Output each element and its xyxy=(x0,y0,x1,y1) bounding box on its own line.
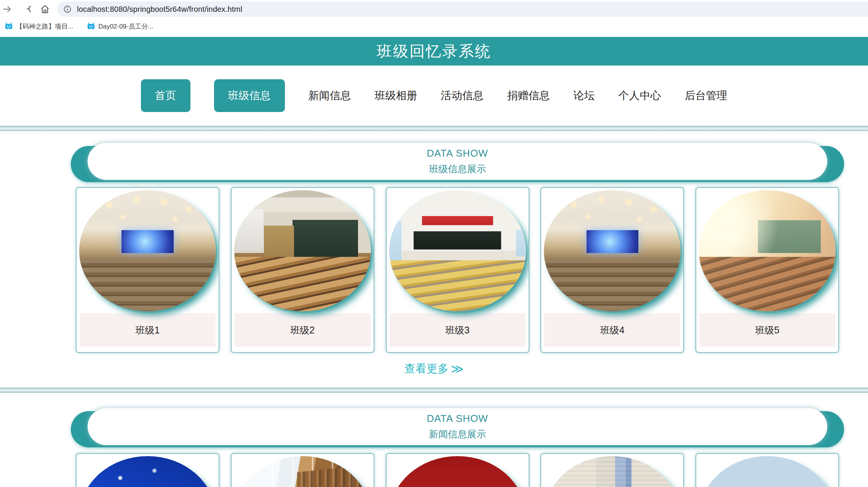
separator-band xyxy=(0,388,868,393)
bilibili-icon xyxy=(87,22,95,30)
class-photo xyxy=(389,190,526,311)
class-card-label: 班级5 xyxy=(699,313,835,347)
nav-item-news[interactable]: 新闻信息 xyxy=(309,88,351,103)
forward-icon[interactable] xyxy=(1,4,14,14)
class-card-label: 班级1 xyxy=(80,313,216,347)
news-photo xyxy=(79,456,216,487)
bookmark-item[interactable]: Day02-09-员工分... xyxy=(87,22,153,31)
banner-panel: DATA SHOW 新闻信息展示 xyxy=(88,408,827,445)
section-class-info: DATA SHOW 班级信息展示 班级1 班级2 班级3 班级4 班级5 查看更… xyxy=(0,143,868,376)
news-card[interactable] xyxy=(695,453,839,487)
separator-band xyxy=(0,126,868,131)
page-title: 班级回忆录系统 xyxy=(377,41,491,62)
more-row: 查看更多≫ xyxy=(0,361,868,376)
refresh-icon[interactable] xyxy=(19,4,32,14)
class-card-row: 班级1 班级2 班级3 班级4 班级5 xyxy=(76,187,839,353)
bookmark-label: 【码神之路】项目... xyxy=(16,22,73,31)
address-bar[interactable]: localhost:8080/springboot5r64w/front/ind… xyxy=(57,2,868,17)
news-card[interactable] xyxy=(540,453,684,487)
banner-title: DATA SHOW xyxy=(427,147,488,159)
news-photo xyxy=(234,456,371,487)
class-card[interactable]: 班级5 xyxy=(695,187,839,353)
class-photo xyxy=(699,190,836,311)
data-show-banner: DATA SHOW 新闻信息展示 xyxy=(71,408,844,447)
news-card[interactable] xyxy=(386,453,529,487)
double-chevron-icon: ≫ xyxy=(451,362,464,376)
bookmark-item[interactable]: 【码神之路】项目... xyxy=(5,22,73,31)
class-photo xyxy=(544,190,681,311)
view-more-link[interactable]: 查看更多≫ xyxy=(404,361,464,376)
nav-item-admin[interactable]: 后台管理 xyxy=(685,88,727,103)
class-photo xyxy=(234,190,371,311)
banner-panel: DATA SHOW 班级信息展示 xyxy=(88,143,827,180)
bilibili-icon xyxy=(5,22,13,30)
news-photo xyxy=(389,456,526,487)
main-nav: 首页 班级信息 新闻信息 班级相册 活动信息 捐赠信息 论坛 个人中心 后台管理 xyxy=(0,66,868,126)
banner-subtitle: 新闻信息展示 xyxy=(429,428,486,441)
class-card[interactable]: 班级4 xyxy=(540,187,684,353)
news-card[interactable] xyxy=(231,453,374,487)
banner-title: DATA SHOW xyxy=(427,413,488,425)
nav-item-class-album[interactable]: 班级相册 xyxy=(375,88,417,103)
class-card-label: 班级4 xyxy=(544,313,680,347)
class-card-label: 班级3 xyxy=(390,313,526,347)
nav-item-personal-center[interactable]: 个人中心 xyxy=(619,88,661,103)
page-info-icon[interactable] xyxy=(63,5,72,13)
nav-item-class-info[interactable]: 班级信息 xyxy=(214,79,285,112)
class-photo xyxy=(79,190,216,311)
nav-item-home[interactable]: 首页 xyxy=(141,79,190,112)
banner-subtitle: 班级信息展示 xyxy=(429,163,486,175)
browser-toolbar: localhost:8080/springboot5r64w/front/ind… xyxy=(0,0,868,18)
section-news: DATA SHOW 新闻信息展示 xyxy=(0,408,868,487)
nav-item-forum[interactable]: 论坛 xyxy=(574,88,595,103)
site-header: 班级回忆录系统 xyxy=(0,37,868,66)
class-card[interactable]: 班级3 xyxy=(386,187,529,353)
news-photo xyxy=(544,456,681,487)
url-text[interactable]: localhost:8080/springboot5r64w/front/ind… xyxy=(77,5,242,14)
class-card[interactable]: 班级1 xyxy=(76,187,219,353)
news-card[interactable] xyxy=(76,453,219,487)
class-card[interactable]: 班级2 xyxy=(231,187,374,353)
bookmarks-bar: 【码神之路】项目... Day02-09-员工分... xyxy=(0,18,868,34)
nav-item-activities[interactable]: 活动信息 xyxy=(441,88,484,103)
news-photo xyxy=(699,456,836,487)
bookmark-label: Day02-09-员工分... xyxy=(98,22,153,31)
view-more-label: 查看更多 xyxy=(404,361,449,376)
class-card-label: 班级2 xyxy=(235,313,371,347)
nav-item-donations[interactable]: 捐赠信息 xyxy=(507,88,550,103)
data-show-banner: DATA SHOW 班级信息展示 xyxy=(71,143,844,182)
home-icon[interactable] xyxy=(38,4,52,14)
news-card-row xyxy=(76,453,839,487)
